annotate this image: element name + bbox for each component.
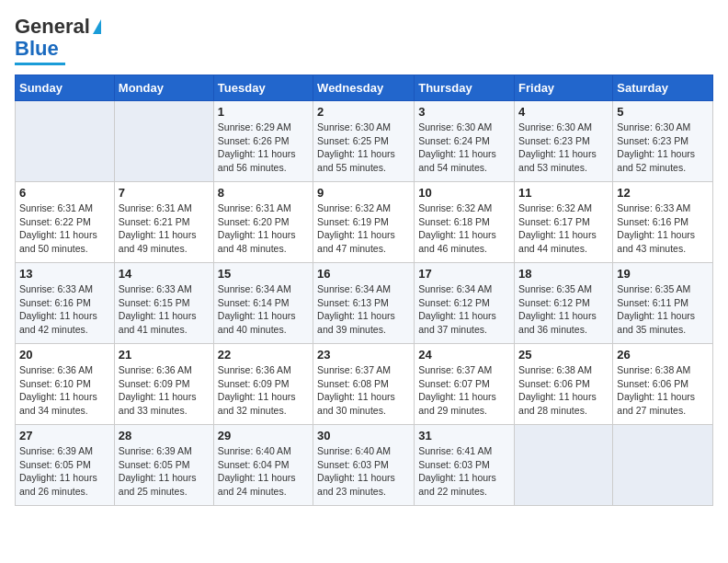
logo-underline (15, 63, 65, 65)
calendar-cell: 30Sunrise: 6:40 AM Sunset: 6:03 PM Dayli… (313, 425, 415, 506)
calendar-cell: 16Sunrise: 6:34 AM Sunset: 6:13 PM Dayli… (313, 263, 415, 344)
day-info: Sunrise: 6:39 AM Sunset: 6:05 PM Dayligh… (119, 444, 210, 499)
calendar-week-row: 6Sunrise: 6:31 AM Sunset: 6:22 PM Daylig… (16, 182, 713, 263)
day-info: Sunrise: 6:37 AM Sunset: 6:07 PM Dayligh… (418, 363, 510, 418)
calendar-body: 1Sunrise: 6:29 AM Sunset: 6:26 PM Daylig… (16, 101, 713, 506)
day-number: 26 (617, 348, 709, 362)
weekday-header: Monday (114, 75, 213, 101)
day-info: Sunrise: 6:32 AM Sunset: 6:18 PM Dayligh… (418, 201, 510, 256)
day-number: 12 (617, 186, 709, 200)
day-number: 30 (317, 429, 410, 442)
day-number: 22 (218, 348, 309, 362)
day-info: Sunrise: 6:31 AM Sunset: 6:21 PM Dayligh… (119, 201, 210, 256)
calendar-cell: 1Sunrise: 6:29 AM Sunset: 6:26 PM Daylig… (213, 101, 313, 182)
day-number: 11 (518, 186, 609, 200)
weekday-header: Wednesday (313, 75, 415, 101)
calendar-header: SundayMondayTuesdayWednesdayThursdayFrid… (16, 75, 713, 101)
calendar-cell: 12Sunrise: 6:33 AM Sunset: 6:16 PM Dayli… (613, 182, 713, 263)
day-number: 3 (418, 105, 510, 119)
day-info: Sunrise: 6:41 AM Sunset: 6:03 PM Dayligh… (418, 444, 510, 499)
day-info: Sunrise: 6:31 AM Sunset: 6:22 PM Dayligh… (19, 201, 110, 256)
calendar-cell: 2Sunrise: 6:30 AM Sunset: 6:25 PM Daylig… (313, 101, 415, 182)
day-number: 10 (418, 186, 510, 200)
day-number: 28 (119, 429, 210, 442)
calendar-cell: 24Sunrise: 6:37 AM Sunset: 6:07 PM Dayli… (415, 344, 515, 425)
day-info: Sunrise: 6:36 AM Sunset: 6:09 PM Dayligh… (119, 363, 210, 418)
day-number: 6 (19, 186, 110, 200)
weekday-header: Saturday (613, 75, 713, 101)
day-number: 14 (119, 267, 210, 281)
calendar-cell: 4Sunrise: 6:30 AM Sunset: 6:23 PM Daylig… (515, 101, 613, 182)
day-number: 1 (218, 105, 309, 119)
weekday-header: Friday (515, 75, 613, 101)
day-info: Sunrise: 6:37 AM Sunset: 6:08 PM Dayligh… (317, 363, 410, 418)
day-number: 20 (19, 348, 110, 362)
day-number: 24 (418, 348, 510, 362)
day-info: Sunrise: 6:33 AM Sunset: 6:16 PM Dayligh… (19, 282, 110, 337)
calendar-cell: 14Sunrise: 6:33 AM Sunset: 6:15 PM Dayli… (114, 263, 213, 344)
logo-arrow-icon (93, 19, 101, 34)
calendar-cell: 17Sunrise: 6:34 AM Sunset: 6:12 PM Dayli… (415, 263, 515, 344)
calendar-week-row: 13Sunrise: 6:33 AM Sunset: 6:16 PM Dayli… (16, 263, 713, 344)
day-info: Sunrise: 6:31 AM Sunset: 6:20 PM Dayligh… (218, 201, 309, 256)
day-info: Sunrise: 6:35 AM Sunset: 6:12 PM Dayligh… (518, 282, 609, 337)
calendar-cell: 21Sunrise: 6:36 AM Sunset: 6:09 PM Dayli… (114, 344, 213, 425)
day-info: Sunrise: 6:40 AM Sunset: 6:04 PM Dayligh… (218, 444, 309, 499)
calendar-table: SundayMondayTuesdayWednesdayThursdayFrid… (15, 75, 713, 506)
weekday-header: Thursday (415, 75, 515, 101)
calendar-cell: 28Sunrise: 6:39 AM Sunset: 6:05 PM Dayli… (114, 425, 213, 506)
day-number: 18 (518, 267, 609, 281)
calendar-cell: 31Sunrise: 6:41 AM Sunset: 6:03 PM Dayli… (415, 425, 515, 506)
day-info: Sunrise: 6:40 AM Sunset: 6:03 PM Dayligh… (317, 444, 410, 499)
calendar-week-row: 1Sunrise: 6:29 AM Sunset: 6:26 PM Daylig… (16, 101, 713, 182)
logo: General Blue (15, 15, 101, 65)
logo-blue: Blue (15, 37, 59, 61)
calendar-cell: 3Sunrise: 6:30 AM Sunset: 6:24 PM Daylig… (415, 101, 515, 182)
day-info: Sunrise: 6:38 AM Sunset: 6:06 PM Dayligh… (518, 363, 609, 418)
day-info: Sunrise: 6:30 AM Sunset: 6:23 PM Dayligh… (617, 121, 709, 175)
day-number: 4 (518, 105, 609, 119)
calendar-cell: 23Sunrise: 6:37 AM Sunset: 6:08 PM Dayli… (313, 344, 415, 425)
day-info: Sunrise: 6:36 AM Sunset: 6:09 PM Dayligh… (218, 363, 309, 418)
calendar-cell: 11Sunrise: 6:32 AM Sunset: 6:17 PM Dayli… (515, 182, 613, 263)
logo-general: General (15, 15, 90, 39)
calendar-week-row: 27Sunrise: 6:39 AM Sunset: 6:05 PM Dayli… (16, 425, 713, 506)
day-number: 17 (418, 267, 510, 281)
day-number: 29 (218, 429, 309, 442)
calendar-cell: 29Sunrise: 6:40 AM Sunset: 6:04 PM Dayli… (213, 425, 313, 506)
day-info: Sunrise: 6:33 AM Sunset: 6:16 PM Dayligh… (617, 201, 709, 256)
calendar-cell: 15Sunrise: 6:34 AM Sunset: 6:14 PM Dayli… (213, 263, 313, 344)
day-info: Sunrise: 6:34 AM Sunset: 6:12 PM Dayligh… (418, 282, 510, 337)
day-number: 25 (518, 348, 609, 362)
calendar-cell (613, 425, 713, 506)
day-info: Sunrise: 6:32 AM Sunset: 6:17 PM Dayligh… (518, 201, 609, 256)
day-number: 27 (19, 429, 110, 442)
day-info: Sunrise: 6:36 AM Sunset: 6:10 PM Dayligh… (19, 363, 110, 418)
calendar-cell (16, 101, 115, 182)
calendar-cell: 20Sunrise: 6:36 AM Sunset: 6:10 PM Dayli… (16, 344, 115, 425)
calendar-cell: 5Sunrise: 6:30 AM Sunset: 6:23 PM Daylig… (613, 101, 713, 182)
day-info: Sunrise: 6:30 AM Sunset: 6:24 PM Dayligh… (418, 121, 510, 175)
calendar-week-row: 20Sunrise: 6:36 AM Sunset: 6:10 PM Dayli… (16, 344, 713, 425)
calendar-cell: 22Sunrise: 6:36 AM Sunset: 6:09 PM Dayli… (213, 344, 313, 425)
calendar-cell: 7Sunrise: 6:31 AM Sunset: 6:21 PM Daylig… (114, 182, 213, 263)
calendar-cell: 13Sunrise: 6:33 AM Sunset: 6:16 PM Dayli… (16, 263, 115, 344)
page-header: General Blue (15, 15, 713, 65)
day-number: 9 (317, 186, 410, 200)
day-info: Sunrise: 6:29 AM Sunset: 6:26 PM Dayligh… (218, 121, 309, 175)
day-info: Sunrise: 6:32 AM Sunset: 6:19 PM Dayligh… (317, 201, 410, 256)
day-info: Sunrise: 6:30 AM Sunset: 6:23 PM Dayligh… (518, 121, 609, 175)
weekday-header: Tuesday (213, 75, 313, 101)
day-info: Sunrise: 6:34 AM Sunset: 6:13 PM Dayligh… (317, 282, 410, 337)
day-info: Sunrise: 6:35 AM Sunset: 6:11 PM Dayligh… (617, 282, 709, 337)
calendar-cell: 19Sunrise: 6:35 AM Sunset: 6:11 PM Dayli… (613, 263, 713, 344)
day-number: 15 (218, 267, 309, 281)
day-info: Sunrise: 6:30 AM Sunset: 6:25 PM Dayligh… (317, 121, 410, 175)
day-number: 7 (119, 186, 210, 200)
calendar-cell (515, 425, 613, 506)
calendar-cell: 25Sunrise: 6:38 AM Sunset: 6:06 PM Dayli… (515, 344, 613, 425)
calendar-cell: 8Sunrise: 6:31 AM Sunset: 6:20 PM Daylig… (213, 182, 313, 263)
calendar-cell: 27Sunrise: 6:39 AM Sunset: 6:05 PM Dayli… (16, 425, 115, 506)
day-number: 2 (317, 105, 410, 119)
calendar-cell: 18Sunrise: 6:35 AM Sunset: 6:12 PM Dayli… (515, 263, 613, 344)
